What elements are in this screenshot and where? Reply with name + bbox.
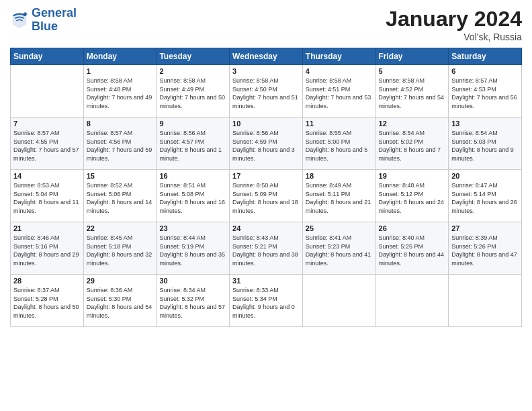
day-number: 3	[232, 67, 300, 75]
day-info: Sunrise: 8:55 AMSunset: 5:00 PMDaylight:…	[306, 129, 373, 163]
day-number: 30	[159, 277, 226, 285]
day-number: 10	[232, 120, 300, 128]
day-number: 4	[306, 67, 373, 75]
logo-text: General Blue	[32, 7, 77, 34]
day-number: 29	[87, 277, 154, 285]
day-number: 12	[379, 120, 446, 128]
day-info: Sunrise: 8:56 AMSunset: 4:59 PMDaylight:…	[232, 129, 300, 163]
week-row-3: 21Sunrise: 8:46 AMSunset: 5:16 PMDayligh…	[11, 222, 522, 275]
day-info: Sunrise: 8:50 AMSunset: 5:09 PMDaylight:…	[232, 181, 300, 215]
cell-w3-d1: 22Sunrise: 8:45 AMSunset: 5:18 PMDayligh…	[83, 222, 157, 275]
cell-w2-d5: 19Sunrise: 8:48 AMSunset: 5:12 PMDayligh…	[375, 170, 449, 222]
cell-w2-d0: 14Sunrise: 8:53 AMSunset: 5:04 PMDayligh…	[11, 170, 84, 222]
day-number: 19	[379, 172, 446, 180]
day-number: 13	[451, 120, 519, 128]
day-number: 8	[87, 120, 154, 128]
day-number: 28	[13, 277, 81, 285]
col-saturday: Saturday	[449, 48, 522, 65]
header-row: Sunday Monday Tuesday Wednesday Thursday…	[11, 48, 522, 65]
cell-w0-d6: 6Sunrise: 8:57 AMSunset: 4:53 PMDaylight…	[449, 65, 522, 118]
col-sunday: Sunday	[11, 48, 84, 65]
cell-w1-d1: 8Sunrise: 8:57 AMSunset: 4:56 PMDaylight…	[83, 118, 157, 170]
calendar-table: Sunday Monday Tuesday Wednesday Thursday…	[10, 48, 522, 327]
day-number: 14	[13, 172, 81, 180]
title-block: January 2024 Vol'sk, Russia	[386, 7, 522, 42]
day-info: Sunrise: 8:41 AMSunset: 5:23 PMDaylight:…	[306, 234, 373, 267]
day-number: 18	[306, 172, 373, 180]
cell-w0-d0	[11, 65, 84, 118]
day-info: Sunrise: 8:56 AMSunset: 4:57 PMDaylight:…	[159, 129, 226, 163]
week-row-0: 1Sunrise: 8:58 AMSunset: 4:48 PMDaylight…	[11, 65, 522, 118]
cell-w3-d3: 24Sunrise: 8:43 AMSunset: 5:21 PMDayligh…	[230, 222, 303, 275]
col-monday: Monday	[83, 48, 157, 65]
day-number: 11	[306, 120, 373, 128]
cell-w0-d2: 2Sunrise: 8:58 AMSunset: 4:49 PMDaylight…	[157, 65, 230, 118]
cell-w1-d5: 12Sunrise: 8:54 AMSunset: 5:02 PMDayligh…	[375, 118, 449, 170]
day-number: 9	[159, 120, 226, 128]
cell-w2-d1: 15Sunrise: 8:52 AMSunset: 5:06 PMDayligh…	[83, 170, 157, 222]
cell-w4-d0: 28Sunrise: 8:37 AMSunset: 5:28 PMDayligh…	[11, 275, 84, 327]
day-number: 25	[306, 224, 373, 232]
day-number: 31	[232, 277, 300, 285]
calendar-header: Sunday Monday Tuesday Wednesday Thursday…	[11, 48, 522, 65]
cell-w3-d4: 25Sunrise: 8:41 AMSunset: 5:23 PMDayligh…	[302, 222, 375, 275]
day-info: Sunrise: 8:34 AMSunset: 5:32 PMDaylight:…	[159, 286, 226, 320]
cell-w4-d3: 31Sunrise: 8:33 AMSunset: 5:34 PMDayligh…	[230, 275, 303, 327]
logo-line1: General	[32, 6, 77, 19]
day-info: Sunrise: 8:52 AMSunset: 5:06 PMDaylight:…	[87, 181, 154, 215]
day-info: Sunrise: 8:39 AMSunset: 5:26 PMDaylight:…	[451, 234, 519, 267]
day-info: Sunrise: 8:54 AMSunset: 5:02 PMDaylight:…	[379, 129, 446, 163]
cell-w2-d3: 17Sunrise: 8:50 AMSunset: 5:09 PMDayligh…	[230, 170, 303, 222]
cell-w2-d6: 20Sunrise: 8:47 AMSunset: 5:14 PMDayligh…	[449, 170, 522, 222]
cell-w1-d3: 10Sunrise: 8:56 AMSunset: 4:59 PMDayligh…	[230, 118, 303, 170]
col-friday: Friday	[375, 48, 449, 65]
day-info: Sunrise: 8:37 AMSunset: 5:28 PMDaylight:…	[13, 286, 81, 320]
cell-w1-d2: 9Sunrise: 8:56 AMSunset: 4:57 PMDaylight…	[157, 118, 230, 170]
day-info: Sunrise: 8:44 AMSunset: 5:19 PMDaylight:…	[159, 234, 226, 267]
day-info: Sunrise: 8:57 AMSunset: 4:56 PMDaylight:…	[87, 129, 154, 163]
day-info: Sunrise: 8:57 AMSunset: 4:55 PMDaylight:…	[13, 129, 81, 163]
day-number: 24	[232, 224, 300, 232]
day-info: Sunrise: 8:53 AMSunset: 5:04 PMDaylight:…	[13, 181, 81, 215]
day-number: 21	[13, 224, 81, 232]
day-info: Sunrise: 8:49 AMSunset: 5:11 PMDaylight:…	[306, 181, 373, 215]
day-info: Sunrise: 8:46 AMSunset: 5:16 PMDaylight:…	[13, 234, 81, 267]
week-row-2: 14Sunrise: 8:53 AMSunset: 5:04 PMDayligh…	[11, 170, 522, 222]
cell-w1-d4: 11Sunrise: 8:55 AMSunset: 5:00 PMDayligh…	[302, 118, 375, 170]
col-tuesday: Tuesday	[157, 48, 230, 65]
day-info: Sunrise: 8:58 AMSunset: 4:52 PMDaylight:…	[379, 77, 446, 110]
cell-w2-d2: 16Sunrise: 8:51 AMSunset: 5:08 PMDayligh…	[157, 170, 230, 222]
page-container: General Blue January 2024 Vol'sk, Russia…	[0, 0, 532, 334]
day-info: Sunrise: 8:33 AMSunset: 5:34 PMDaylight:…	[232, 286, 300, 320]
cell-w3-d6: 27Sunrise: 8:39 AMSunset: 5:26 PMDayligh…	[449, 222, 522, 275]
day-info: Sunrise: 8:48 AMSunset: 5:12 PMDaylight:…	[379, 181, 446, 215]
day-number: 5	[379, 67, 446, 75]
cell-w3-d0: 21Sunrise: 8:46 AMSunset: 5:16 PMDayligh…	[11, 222, 84, 275]
month-title: January 2024	[386, 7, 522, 32]
cell-w4-d2: 30Sunrise: 8:34 AMSunset: 5:32 PMDayligh…	[157, 275, 230, 327]
day-info: Sunrise: 8:47 AMSunset: 5:14 PMDaylight:…	[451, 181, 519, 215]
week-row-1: 7Sunrise: 8:57 AMSunset: 4:55 PMDaylight…	[11, 118, 522, 170]
day-info: Sunrise: 8:57 AMSunset: 4:53 PMDaylight:…	[451, 77, 519, 110]
day-number: 15	[87, 172, 154, 180]
cell-w3-d5: 26Sunrise: 8:40 AMSunset: 5:25 PMDayligh…	[375, 222, 449, 275]
day-number: 17	[232, 172, 300, 180]
logo: General Blue	[10, 7, 77, 34]
day-number: 2	[159, 67, 226, 75]
cell-w3-d2: 23Sunrise: 8:44 AMSunset: 5:19 PMDayligh…	[157, 222, 230, 275]
cell-w4-d1: 29Sunrise: 8:36 AMSunset: 5:30 PMDayligh…	[83, 275, 157, 327]
day-info: Sunrise: 8:43 AMSunset: 5:21 PMDaylight:…	[232, 234, 300, 267]
day-info: Sunrise: 8:58 AMSunset: 4:48 PMDaylight:…	[87, 77, 154, 110]
day-info: Sunrise: 8:51 AMSunset: 5:08 PMDaylight:…	[159, 181, 226, 215]
page-header: General Blue January 2024 Vol'sk, Russia	[10, 7, 522, 42]
cell-w0-d5: 5Sunrise: 8:58 AMSunset: 4:52 PMDaylight…	[375, 65, 449, 118]
day-info: Sunrise: 8:58 AMSunset: 4:50 PMDaylight:…	[232, 77, 300, 110]
day-number: 27	[451, 224, 519, 232]
logo-line2: Blue	[32, 19, 58, 33]
cell-w0-d1: 1Sunrise: 8:58 AMSunset: 4:48 PMDaylight…	[83, 65, 157, 118]
day-info: Sunrise: 8:36 AMSunset: 5:30 PMDaylight:…	[87, 286, 154, 320]
col-wednesday: Wednesday	[230, 48, 303, 65]
cell-w0-d3: 3Sunrise: 8:58 AMSunset: 4:50 PMDaylight…	[230, 65, 303, 118]
subtitle: Vol'sk, Russia	[386, 32, 522, 42]
day-info: Sunrise: 8:58 AMSunset: 4:51 PMDaylight:…	[306, 77, 373, 110]
